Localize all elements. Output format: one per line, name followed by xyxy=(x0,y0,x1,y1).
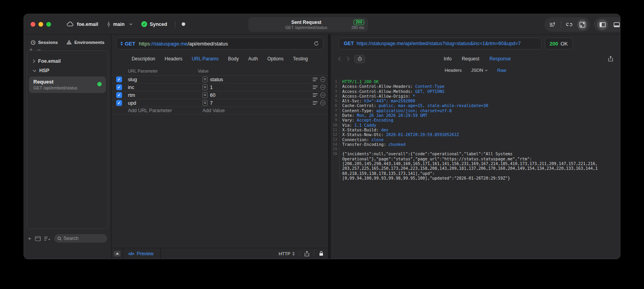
param-name-input[interactable]: rtm xyxy=(128,93,203,98)
param-value-input[interactable]: 1 xyxy=(210,85,213,90)
param-checkbox[interactable]: ✓ xyxy=(116,100,122,106)
tree-group-hsp[interactable]: HSP xyxy=(27,66,108,75)
minimize-window-button[interactable] xyxy=(38,22,43,27)
tab-auth[interactable]: Auth xyxy=(248,56,258,62)
export-list-button[interactable] xyxy=(547,19,558,30)
remove-param-icon[interactable] xyxy=(320,77,325,82)
url-row: GET https://statuspage.me/api/embed/stat… xyxy=(111,35,328,53)
project-menu[interactable]: foe.email xyxy=(67,22,98,27)
lock-button[interactable] xyxy=(314,251,328,256)
param-name-input[interactable]: slug xyxy=(128,77,203,82)
response-viewer-panel: GET https://statuspage.me/api/embed/stat… xyxy=(331,35,620,259)
response-status-code: 200 xyxy=(550,41,558,47)
preview-button[interactable]: </> Preview xyxy=(123,248,161,259)
request-response-panel-button[interactable] xyxy=(577,19,587,30)
remove-param-icon[interactable] xyxy=(320,100,325,105)
sent-request-url-box[interactable]: GET https://statuspage.me/api/embed/stat… xyxy=(339,38,542,49)
url-params-table: URL Parameter Value ✓slug=status✓inc=1✓r… xyxy=(111,65,328,248)
value-options-icon[interactable] xyxy=(313,101,317,105)
response-line: 203,257,225,165,250,173,204,223,158,208,… xyxy=(331,166,620,171)
tab-environments[interactable]: Environments xyxy=(66,40,104,45)
request-list-item-selected[interactable]: Request GET /api/embed/status xyxy=(29,76,106,93)
sync-status[interactable]: ✓ Synced xyxy=(141,21,167,27)
collapse-panel-button[interactable] xyxy=(111,248,123,259)
resp-subtab-json[interactable]: JSON xyxy=(471,68,488,73)
share-response-button[interactable] xyxy=(608,56,613,62)
param-row-rtm: ✓rtm=60 xyxy=(111,91,328,99)
request-url-text[interactable]: https://statuspage.me/api/embed/status xyxy=(139,41,228,47)
method-stepper-icon[interactable] xyxy=(120,42,123,45)
sent-request-title: Sent Request xyxy=(269,20,344,25)
toggle-sidebar-button[interactable] xyxy=(597,19,608,30)
add-param-name-placeholder[interactable]: Add URL Parameter xyxy=(128,108,203,113)
toggle-bottom-panel-button[interactable] xyxy=(611,19,620,30)
column-value: Value xyxy=(198,69,208,73)
tab-description[interactable]: Description xyxy=(131,56,155,62)
close-window-button[interactable] xyxy=(31,22,35,27)
response-line: 6Cache-Control: public, max-age=15, stal… xyxy=(331,103,620,108)
param-value-input[interactable]: 60 xyxy=(210,93,215,98)
param-checkbox[interactable]: ✓ xyxy=(116,92,122,98)
remove-param-icon[interactable] xyxy=(320,85,325,90)
share-request-button[interactable] xyxy=(300,251,314,256)
history-back-button[interactable] xyxy=(338,56,341,61)
protocol-selector[interactable]: HTTP xyxy=(274,251,299,256)
new-group-button[interactable] xyxy=(35,236,41,241)
chevron-down-icon xyxy=(33,69,36,72)
tab-sessions[interactable]: Sessions xyxy=(31,40,58,45)
add-session-button[interactable]: + xyxy=(29,47,33,53)
zoom-window-button[interactable] xyxy=(46,22,51,27)
request-duration: 280 ms xyxy=(351,25,364,30)
response-line: 1HTTP/1.1 200 OK xyxy=(331,79,620,84)
response-line: 16{"incidents":null,"overall":{"code":"o… xyxy=(331,151,620,156)
resp-subtab-headers[interactable]: Headers xyxy=(445,68,462,73)
value-options-icon[interactable] xyxy=(313,93,317,97)
sync-label: Synced xyxy=(150,22,167,27)
preview-label: Preview xyxy=(137,251,153,256)
remove-session-button[interactable]: – xyxy=(37,47,40,53)
value-options-icon[interactable] xyxy=(313,78,317,81)
request-method[interactable]: GET xyxy=(125,41,135,47)
line-number: 15 xyxy=(331,147,339,151)
resp-tab-request[interactable]: Request xyxy=(462,56,480,62)
branch-menu[interactable]: main xyxy=(107,22,133,27)
resp-tab-response[interactable]: Response xyxy=(489,56,511,62)
param-name-input[interactable]: inc xyxy=(128,85,203,90)
resp-tab-info[interactable]: Info xyxy=(444,56,452,62)
param-checkbox[interactable]: ✓ xyxy=(116,84,122,90)
history-forward-button[interactable] xyxy=(347,56,350,61)
history-timer-button[interactable] xyxy=(354,55,365,63)
response-raw-view[interactable]: 1HTTP/1.1 200 OK2Access-Control-Allow-He… xyxy=(331,75,620,259)
sort-options-button[interactable] xyxy=(44,236,51,241)
request-item-subtitle: GET /api/embed/status xyxy=(33,85,102,91)
add-param-row[interactable]: Add URL Parameter Add Value xyxy=(111,107,328,115)
request-url-field[interactable]: GET https://statuspage.me/api/embed/stat… xyxy=(116,38,323,49)
response-line: 14Transfer-Encoding: chunked xyxy=(331,142,620,147)
tab-url-params[interactable]: URL Params xyxy=(192,56,219,62)
sidebar-search-field[interactable]: Search xyxy=(54,234,107,243)
line-content: Cache-Control: public, max-age=15, stale… xyxy=(339,103,488,108)
response-method: GET xyxy=(344,41,354,46)
add-request-button[interactable]: + xyxy=(28,236,31,241)
tree-group-foe-email[interactable]: Foe.email xyxy=(27,56,108,66)
sent-request-status-pill[interactable]: Sent Request GET /api/embed/status 200 2… xyxy=(248,17,368,32)
param-name-input[interactable]: upd xyxy=(128,100,203,106)
line-number xyxy=(331,161,339,166)
tab-options[interactable]: Options xyxy=(267,56,283,62)
equals-icon: = xyxy=(203,92,208,98)
line-content: Content-Type: application/json; charset=… xyxy=(339,108,452,113)
param-value-input[interactable]: status xyxy=(210,77,223,82)
resend-request-icon[interactable] xyxy=(314,41,319,46)
add-param-value-placeholder[interactable]: Add Value xyxy=(203,108,225,113)
value-options-icon[interactable] xyxy=(313,85,317,89)
remove-param-icon[interactable] xyxy=(320,93,325,98)
request-editor-footer: </> Preview HTTP xyxy=(111,248,328,259)
param-value-input[interactable]: 7 xyxy=(210,100,213,106)
sync-loop-button[interactable] xyxy=(564,19,575,30)
param-checkbox[interactable]: ✓ xyxy=(116,76,122,82)
tab-headers[interactable]: Headers xyxy=(164,56,182,62)
line-content: [208,205,145,298,443,140,160,165,171,161… xyxy=(339,161,598,166)
resp-subtab-raw[interactable]: Raw xyxy=(497,68,506,73)
tab-body[interactable]: Body xyxy=(228,56,239,62)
tab-testing[interactable]: Testing xyxy=(293,56,308,62)
